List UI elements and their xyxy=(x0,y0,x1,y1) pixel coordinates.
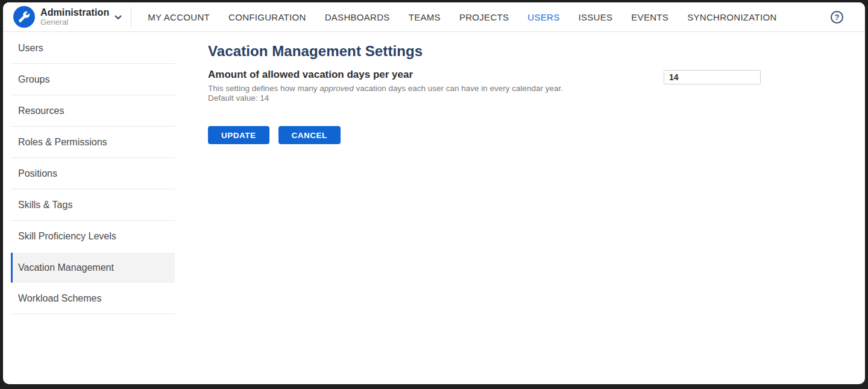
app-switcher[interactable]: Administration General xyxy=(13,6,122,28)
app-title: Administration xyxy=(40,7,109,18)
sidebar: Users Groups Resources Roles & Permissio… xyxy=(3,32,175,384)
app-subtitle: General xyxy=(40,18,109,27)
sidebar-item-roles-permissions[interactable]: Roles & Permissions xyxy=(11,127,175,158)
nav-item-projects[interactable]: PROJECTS xyxy=(459,12,509,22)
help-icon[interactable]: ? xyxy=(831,11,843,24)
sidebar-item-skill-proficiency-levels[interactable]: Skill Proficiency Levels xyxy=(11,221,175,252)
nav-item-events[interactable]: EVENTS xyxy=(631,12,668,22)
app-window: Administration General MY ACCOUNT CONFIG… xyxy=(3,2,865,384)
setting-label: Amount of allowed vacation days per year xyxy=(208,69,563,81)
cancel-button[interactable]: CANCEL xyxy=(278,126,341,144)
sidebar-item-vacation-management[interactable]: Vacation Management xyxy=(11,253,175,283)
update-button[interactable]: UPDATE xyxy=(208,126,269,144)
sidebar-item-label: Roles & Permissions xyxy=(18,137,107,148)
page-title: Vacation Management Settings xyxy=(208,43,865,60)
sidebar-item-label: Resources xyxy=(18,106,64,116)
setting-text-block: Amount of allowed vacation days per year… xyxy=(208,69,563,103)
sidebar-item-positions[interactable]: Positions xyxy=(11,158,175,189)
setting-description-emphasis: approved xyxy=(319,84,353,93)
sidebar-item-label: Vacation Management xyxy=(18,262,114,273)
wrench-icon xyxy=(18,11,30,23)
sidebar-item-label: Skills & Tags xyxy=(18,200,72,210)
sidebar-item-label: Groups xyxy=(18,74,49,85)
setting-description: This setting defines how many approved v… xyxy=(208,84,563,93)
nav-item-teams[interactable]: TEAMS xyxy=(409,12,441,22)
nav-item-configuration[interactable]: CONFIGURATION xyxy=(228,12,306,22)
app-titles: Administration General xyxy=(40,7,109,27)
sidebar-item-workload-schemes[interactable]: Workload Schemes xyxy=(11,283,175,314)
sidebar-item-label: Positions xyxy=(18,168,57,179)
nav-item-dashboards[interactable]: DASHBOARDS xyxy=(325,12,390,22)
setting-row: Amount of allowed vacation days per year… xyxy=(208,69,865,103)
buttons-row: UPDATE CANCEL xyxy=(208,126,865,144)
main-content: Vacation Management Settings Amount of a… xyxy=(175,32,865,384)
sidebar-item-label: Workload Schemes xyxy=(18,293,101,304)
nav-item-synchronization[interactable]: SYNCHRONIZATION xyxy=(687,12,776,22)
administration-logo xyxy=(13,6,35,28)
sidebar-item-groups[interactable]: Groups xyxy=(11,64,175,95)
sidebar-item-label: Users xyxy=(18,43,43,54)
sidebar-item-skills-tags[interactable]: Skills & Tags xyxy=(11,189,175,221)
main-menu: MY ACCOUNT CONFIGURATION DASHBOARDS TEAM… xyxy=(148,12,776,22)
nav-item-issues[interactable]: ISSUES xyxy=(578,12,612,22)
sidebar-item-label: Skill Proficiency Levels xyxy=(18,231,116,242)
sidebar-item-users[interactable]: Users xyxy=(11,33,175,64)
topnav-divider xyxy=(131,7,131,27)
vacation-days-input[interactable] xyxy=(664,70,761,84)
chevron-down-icon xyxy=(115,15,122,20)
nav-item-my-account[interactable]: MY ACCOUNT xyxy=(148,12,210,22)
setting-default-note: Default value: 14 xyxy=(208,93,563,103)
page-body: Users Groups Resources Roles & Permissio… xyxy=(3,32,865,384)
nav-item-users[interactable]: USERS xyxy=(527,12,559,22)
sidebar-item-resources[interactable]: Resources xyxy=(11,95,175,127)
top-navigation-bar: Administration General MY ACCOUNT CONFIG… xyxy=(3,2,865,32)
